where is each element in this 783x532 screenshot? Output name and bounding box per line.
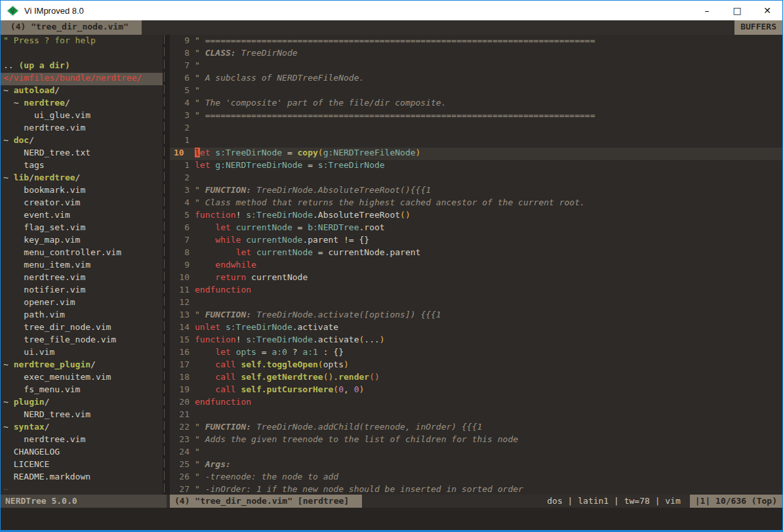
code-line-cursor[interactable]: 10let s:TreeDirNode = copy(g:NERDTreeFil… [170, 148, 782, 160]
code-line[interactable]: 4" The 'composite' part of the file/dir … [170, 98, 782, 110]
tree-item[interactable]: nerdtree.vim [1, 272, 163, 285]
tree-item[interactable]: ~ syntax/ [1, 422, 163, 434]
code-line[interactable]: 15function! s:TreeDirNode.activate(...) [170, 335, 782, 347]
token-txt: ~ [3, 98, 24, 108]
line-number: 12 [174, 297, 190, 307]
tree-item[interactable]: fs_menu.vim [1, 384, 163, 397]
tree-item[interactable]: notifier.vim [1, 285, 163, 297]
tree-root-path[interactable]: </vimfiles/bundle/nerdtree/ [1, 73, 163, 85]
code-line[interactable]: 2 [170, 173, 782, 185]
code-line[interactable]: 24" [170, 447, 782, 459]
code-line[interactable]: 17 call self.toggleOpen(opts) [170, 359, 782, 372]
code-line[interactable]: 6 let currentNode = b:NERDTree.root [170, 222, 782, 235]
tree-item[interactable]: menu_item.vim [1, 260, 163, 272]
code-line[interactable]: 19 call self.putCursorHere(0, 0) [170, 384, 782, 397]
tree-item[interactable]: ~ nerdtree_plugin/ [1, 359, 163, 372]
minimize-button[interactable]: – [692, 1, 722, 20]
tree-item[interactable]: CHANGELOG [1, 447, 163, 459]
code-line[interactable]: 10 return currentNode [170, 272, 782, 285]
tree-item[interactable]: path.vim [1, 310, 163, 322]
token-kw: et [200, 148, 215, 157]
code-line[interactable]: 12 [170, 297, 782, 310]
token-txt: / [65, 98, 70, 108]
token-com: " Class method that returns the highest … [195, 197, 585, 207]
tree-item[interactable]: " Press ? for help [1, 35, 163, 48]
tree-item[interactable]: LICENCE [1, 459, 163, 472]
token-fn: render [338, 372, 369, 382]
code-line[interactable]: 5function! s:TreeDirNode.AbsoluteTreeRoo… [170, 210, 782, 222]
tree-item[interactable]: tree_file_node.vim [1, 335, 163, 347]
code-line[interactable]: 5" [170, 85, 782, 98]
token-kw: unlet [195, 322, 226, 332]
tree-item[interactable]: README.markdown [1, 472, 163, 484]
tree-item[interactable]: ~ autoload/ [1, 85, 163, 98]
tree-item[interactable]: nerdtree.vim [1, 123, 163, 135]
code-line[interactable]: 7 while currentNode.parent != {} [170, 235, 782, 247]
token-id: b:NERDTree [308, 222, 359, 232]
tree-item[interactable]: menu_controller.vim [1, 247, 163, 260]
code-line[interactable]: 8" CLASS: TreeDirNode [170, 48, 782, 60]
code-line[interactable]: 18 call self.getNerdtree().render() [170, 372, 782, 384]
code-line[interactable]: 1 [170, 135, 782, 148]
tree-item[interactable]: .. (up a dir) [1, 60, 163, 73]
code-line[interactable]: 2 [170, 123, 782, 135]
code-line[interactable]: 16 let opts = a:0 ? a:1 : {} [170, 347, 782, 359]
token-txt: fs_menu.vim [3, 384, 80, 394]
tree-item[interactable]: NERD_tree.vim [1, 409, 163, 422]
token-txt [195, 222, 215, 232]
token-txt: ui_glue.vim [3, 110, 90, 120]
tree-item[interactable]: ui.vim [1, 347, 163, 359]
code-line[interactable]: 20endfunction [170, 397, 782, 409]
tree-item[interactable]: key_map.vim [1, 235, 163, 247]
code-line[interactable]: 3" =====================================… [170, 110, 782, 123]
tree-item[interactable]: ~ doc/ [1, 135, 163, 148]
tree-item[interactable]: NERD_tree.txt [1, 148, 163, 160]
tree-item[interactable]: exec_menuitem.vim [1, 372, 163, 384]
token-id: currentNode [256, 247, 313, 257]
code-line[interactable]: 4" Class method that returns the highest… [170, 197, 782, 210]
close-button[interactable]: ✕ [752, 1, 782, 20]
tree-item[interactable]: flag_set.vim [1, 222, 163, 235]
code-line[interactable]: 8 let currentNode = currentNode.parent [170, 247, 782, 260]
tree-item[interactable]: ~ nerdtree/ [1, 98, 163, 110]
code-line[interactable]: 14unlet s:TreeDirNode.activate [170, 322, 782, 335]
tree-item[interactable]: opener.vim [1, 297, 163, 310]
code-line[interactable]: 9" =====================================… [170, 35, 782, 48]
code-line[interactable]: 13" FUNCTION: TreeDirNode.activate([opti… [170, 310, 782, 322]
tree-item[interactable]: creator.vim [1, 197, 163, 210]
code-line[interactable]: 7" [170, 60, 782, 73]
code-line[interactable]: 25" Args: [170, 459, 782, 472]
line-number: 3 [174, 110, 190, 120]
code-line[interactable]: 21 [170, 409, 782, 422]
tree-item[interactable]: tree_dir_node.vim [1, 322, 163, 335]
line-number: 14 [174, 322, 190, 332]
command-line[interactable] [1, 508, 782, 530]
tree-item[interactable]: ~ plugin/ [1, 397, 163, 409]
tree-item[interactable]: nerdtree.vim [1, 434, 163, 447]
token-txt [195, 384, 215, 394]
code-line[interactable]: 9 endwhile [170, 260, 782, 272]
token-fn: copy [298, 148, 318, 157]
code-line[interactable]: 6" A subclass of NERDTreeFileNode. [170, 73, 782, 85]
tree-item[interactable]: event.vim [1, 210, 163, 222]
code-line[interactable]: 26" -treenode: the node to add [170, 472, 782, 484]
code-line[interactable]: 27" -inOrder: 1 if the new node should b… [170, 484, 782, 495]
tab-tree-dir-node[interactable]: (4) "tree_dir_node.vim" [1, 20, 142, 35]
code-line[interactable]: 3" FUNCTION: TreeDirNode.AbsoluteTreeRoo… [170, 185, 782, 197]
code-line[interactable]: 11endfunction [170, 285, 782, 297]
token-txt: , [344, 384, 354, 394]
token-txt: ? [287, 347, 302, 357]
window-split-separator[interactable] [163, 35, 170, 495]
code-line[interactable]: 23" Adds the given treenode to the list … [170, 434, 782, 447]
token-txt: / [54, 85, 60, 95]
token-com: TreeDirNode.addChild(treenode, inOrder) … [251, 422, 482, 432]
code-line[interactable]: 1let g:NERDTreeDirNode = s:TreeDirNode [170, 160, 782, 173]
maximize-button[interactable]: □ [722, 1, 752, 20]
code-line[interactable]: 22" FUNCTION: TreeDirNode.addChild(treen… [170, 422, 782, 434]
tree-item[interactable]: bookmark.vim [1, 185, 163, 197]
token-txt: / [29, 173, 34, 182]
tree-item[interactable]: ui_glue.vim [1, 110, 163, 123]
tree-item[interactable]: ~ lib/nerdtree/ [1, 173, 163, 185]
tree-item[interactable]: ~ [1, 484, 163, 495]
tree-item[interactable]: tags [1, 160, 163, 173]
